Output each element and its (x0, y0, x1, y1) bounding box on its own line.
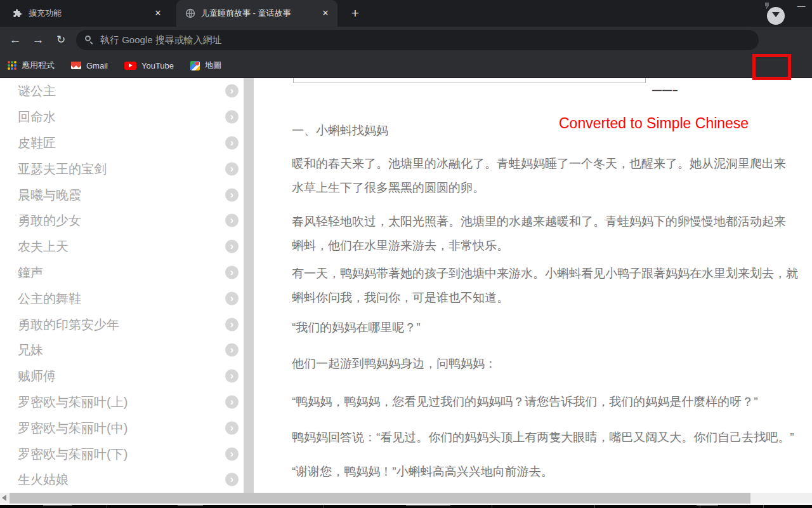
story-paragraph: “鸭妈妈，鸭妈妈，您看见过我们的妈妈吗？请您告诉我们，我们的妈妈是什麼样的呀？” (292, 390, 758, 414)
taskbar-sliver (0, 505, 812, 508)
story-title: 生火姑娘 (18, 471, 69, 488)
profile-chevron-button[interactable] (767, 7, 785, 25)
story-title: 罗密欧与茱丽叶(中) (18, 419, 128, 436)
annotation-text: Converted to Simple Chinese (559, 115, 749, 132)
sidebar-story-item[interactable]: 皮鞋匠 › (0, 130, 244, 156)
tab-close-icon[interactable]: ✕ (152, 8, 164, 19)
story-title: 勇敢的少女 (18, 212, 81, 229)
bookmarks-bar: 應用程式 Gmail YouTube 地圖 (0, 53, 812, 78)
chevron-right-icon[interactable]: › (225, 447, 239, 460)
chevron-right-icon[interactable]: › (225, 188, 239, 201)
sidebar-vertical-scrollbar[interactable] (244, 78, 254, 493)
sidebar-story-item[interactable]: 鐘声 › (0, 260, 244, 286)
gmail-icon (71, 62, 81, 69)
youtube-icon (124, 62, 136, 70)
tab-strip: 擴充功能 ✕ 儿童睡前故事 - 童话故事 ✕ + — (0, 0, 812, 27)
story-title: 罗密欧与茱丽叶(上) (18, 393, 128, 410)
chevron-right-icon[interactable]: › (225, 421, 239, 434)
story-list-sidebar: 谜公主 › 回命水 › 皮鞋匠 › 亚瑟夫王的宝剑 › (0, 78, 244, 493)
chevron-right-icon[interactable]: › (225, 240, 239, 253)
story-paragraph: 他们一起游到鸭妈妈身边，问鸭妈妈： (292, 352, 497, 376)
bookmark-youtube[interactable]: YouTube (124, 61, 174, 70)
apps-grid-icon (8, 61, 16, 70)
story-title: 亚瑟夫王的宝剑 (18, 160, 107, 177)
story-title: 回命水 (18, 109, 56, 126)
back-button[interactable]: ← (5, 30, 25, 50)
maps-icon (190, 61, 200, 70)
tab-story-active[interactable]: 儿童睡前故事 - 童话故事 ✕ (176, 0, 337, 27)
chevron-right-icon[interactable]: › (225, 291, 239, 305)
story-title: 兄妹 (18, 342, 43, 359)
annotation-highlight-box (752, 54, 791, 80)
story-paragraph: 有一天，鸭妈妈带著她的孩子到池塘中来游水。小蝌蚪看见小鸭子跟著妈妈在水里划来划去… (292, 262, 798, 310)
sidebar-story-item[interactable]: 罗密欧与茱丽叶(上) › (0, 389, 244, 415)
sidebar-story-item[interactable]: 罗密欧与茱丽叶(中) › (0, 415, 244, 441)
chevron-right-icon[interactable]: › (225, 84, 239, 98)
scroll-left-arrow-icon[interactable] (2, 495, 6, 501)
chevron-right-icon[interactable]: › (225, 395, 239, 408)
browser-toolbar: ← → ↻ 執行 Google 搜尋或輸入網址 (0, 27, 812, 53)
chevron-right-icon[interactable]: › (225, 136, 239, 149)
story-content: ——– Converted to Simple Chinese 一、小蝌蚪找妈妈… (254, 78, 812, 493)
search-icon (85, 36, 94, 44)
chevron-right-icon[interactable]: › (225, 214, 239, 227)
sidebar-story-item[interactable]: 勇敢的印第安少年 › (0, 311, 244, 337)
story-title: 晨曦与晚霞 (18, 186, 81, 203)
bookmark-label: 應用程式 (22, 60, 55, 71)
story-title: 勇敢的印第安少年 (18, 316, 119, 333)
sidebar-story-item[interactable]: 勇敢的少女 › (0, 208, 244, 234)
story-title: 皮鞋匠 (18, 134, 56, 151)
horizontal-scrollbar[interactable] (0, 493, 812, 504)
sidebar-story-item[interactable]: 公主的舞鞋 › (0, 285, 244, 311)
story-paragraph: 暖和的春天来了。池塘里的冰融化了。青蛙妈妈睡了一个冬天，也醒来了。她从泥洞里爬出… (292, 152, 786, 200)
sidebar-story-item[interactable]: 兄妹 › (0, 337, 244, 363)
browser-window: 擴充功能 ✕ 儿童睡前故事 - 童话故事 ✕ + — ← → ↻ 執行 Goog… (0, 0, 812, 508)
story-title: 鐘声 (18, 264, 43, 281)
bookmark-label: YouTube (141, 61, 174, 70)
chevron-right-icon[interactable]: › (225, 110, 239, 124)
story-title: 谜公主 (18, 83, 56, 100)
minimize-button[interactable]: — (795, 1, 808, 11)
search-box-partial[interactable] (293, 78, 646, 83)
sidebar-story-item[interactable]: 亚瑟夫王的宝剑 › (0, 156, 244, 182)
story-paragraph: “我们的妈妈在哪里呢？” (292, 316, 421, 340)
address-bar-placeholder: 執行 Google 搜尋或輸入網址 (100, 34, 222, 46)
story-paragraph: 鸭妈妈回答说：“看见过。你们的妈妈头顶上有两隻大眼睛，嘴巴又阔又大。你们自己去找… (292, 425, 794, 450)
reload-button[interactable]: ↻ (51, 30, 71, 50)
story-paragraph: “谢谢您，鸭妈妈！”小蝌蚪高高兴兴地向前游去。 (292, 460, 553, 484)
puzzle-icon (13, 8, 23, 18)
divider-dashes: ——– (652, 84, 678, 95)
page-viewport: 谜公主 › 回命水 › 皮鞋匠 › 亚瑟夫王的宝剑 › (0, 78, 812, 493)
new-tab-button[interactable]: + (346, 5, 364, 23)
story-title: 贼师傅 (18, 368, 56, 385)
chevron-right-icon[interactable]: › (225, 265, 239, 279)
horizontal-scrollbar-thumb[interactable] (10, 493, 750, 504)
bookmark-apps[interactable]: 應用程式 (8, 60, 55, 71)
sidebar-story-item[interactable]: 生火姑娘 › (0, 467, 244, 493)
address-bar[interactable]: 執行 Google 搜尋或輸入網址 (76, 30, 759, 50)
chevron-right-icon[interactable]: › (225, 473, 239, 486)
pin-icon (764, 3, 771, 9)
sidebar-story-item[interactable]: 谜公主 › (0, 78, 244, 104)
story-title: 罗密欧与茱丽叶(下) (18, 445, 128, 462)
tab-title: 擴充功能 (29, 8, 147, 19)
sidebar-story-item[interactable]: 罗密欧与茱丽叶(下) › (0, 441, 244, 467)
story-title: 公主的舞鞋 (18, 290, 81, 307)
bookmark-maps[interactable]: 地圖 (190, 60, 221, 71)
sidebar-story-item[interactable]: 贼师傅 › (0, 363, 244, 389)
sidebar-story-item[interactable]: 回命水 › (0, 104, 244, 130)
story-paragraph: 春风轻轻地吹过，太阳光照著。池塘里的水越来越暖和了。青蛙妈妈下的卵慢慢地都活动起… (292, 210, 786, 258)
story-heading: 一、小蝌蚪找妈妈 (292, 119, 388, 143)
forward-button[interactable]: → (28, 30, 48, 50)
chevron-right-icon[interactable]: › (225, 344, 239, 357)
tab-close-icon[interactable]: ✕ (320, 8, 331, 19)
chevron-right-icon[interactable]: › (225, 162, 239, 175)
sidebar-story-item[interactable]: 农夫上天 › (0, 234, 244, 260)
bookmark-gmail[interactable]: Gmail (71, 61, 108, 70)
sidebar-story-item[interactable]: 晨曦与晚霞 › (0, 182, 244, 208)
chevron-right-icon[interactable]: › (225, 370, 239, 383)
tab-extensions[interactable]: 擴充功能 ✕ (4, 0, 170, 27)
globe-icon (185, 8, 195, 18)
chevron-right-icon[interactable]: › (225, 318, 239, 331)
bookmark-label: Gmail (86, 61, 108, 70)
